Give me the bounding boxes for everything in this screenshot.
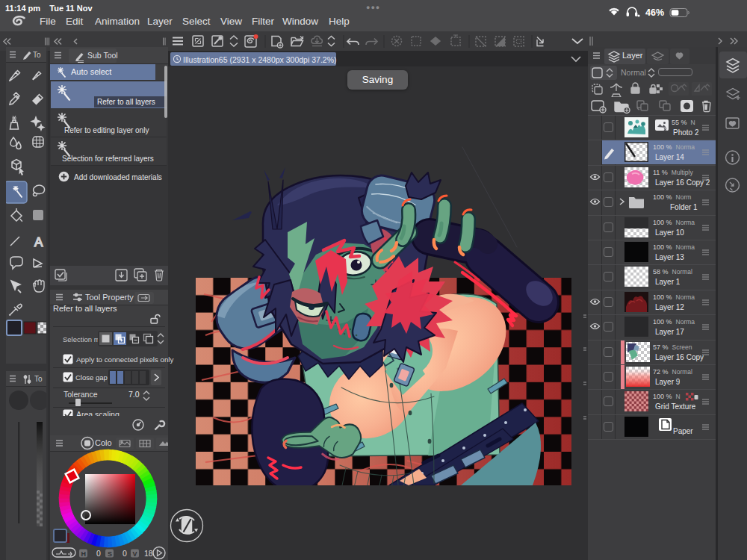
svg-text:18: 18 (144, 549, 153, 558)
svg-text:To: To (34, 375, 43, 383)
svg-text:A: A (34, 235, 43, 249)
svg-text:S: S (108, 550, 112, 558)
svg-text:46%: 46% (645, 7, 664, 18)
svg-text:0: 0 (96, 549, 101, 558)
svg-text:To: To (33, 51, 41, 59)
svg-text:V: V (133, 550, 137, 558)
svg-text:H: H (81, 550, 87, 558)
svg-text:0: 0 (123, 549, 127, 558)
